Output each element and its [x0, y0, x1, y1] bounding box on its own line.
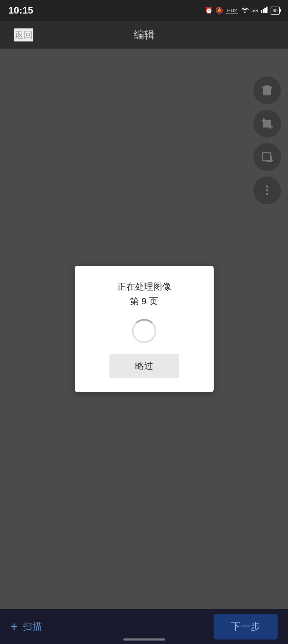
modal-line2: 第 9 页 [117, 294, 171, 309]
signal2-icon [261, 7, 268, 15]
status-bar: 10:15 ⏰ 🔕 HD2 5G 60 [0, 0, 288, 21]
loading-spinner [132, 319, 156, 343]
scan-label: 扫描 [23, 620, 42, 633]
page-title: 编辑 [134, 28, 155, 42]
modal-overlay: 正在处理图像 第 9 页 略过 [0, 49, 288, 609]
main-content: 正在处理图像 第 9 页 略过 [0, 49, 288, 609]
modal-line1: 正在处理图像 [117, 280, 171, 294]
svg-rect-2 [264, 8, 266, 13]
skip-button[interactable]: 略过 [109, 354, 179, 378]
home-indicator [123, 638, 165, 641]
svg-rect-1 [263, 9, 264, 13]
scan-button[interactable]: + 扫描 [10, 619, 42, 634]
next-button[interactable]: 下一步 [214, 614, 278, 639]
svg-rect-3 [266, 7, 268, 13]
mute-icon: 🔕 [215, 7, 223, 14]
battery-icon: 60 [271, 7, 280, 15]
processing-modal: 正在处理图像 第 9 页 略过 [75, 266, 214, 392]
wifi-icon [241, 7, 249, 15]
status-icons: ⏰ 🔕 HD2 5G 60 [205, 7, 280, 15]
modal-message: 正在处理图像 第 9 页 [117, 280, 171, 308]
nav-bar: 返回 编辑 [0, 21, 288, 49]
scan-plus-icon: + [10, 619, 18, 634]
status-time: 10:15 [8, 5, 33, 16]
signal1-icon: 5G [252, 8, 258, 13]
hd2-badge: HD2 [226, 7, 238, 14]
battery-level: 60 [273, 8, 278, 13]
alarm-icon: ⏰ [205, 7, 213, 14]
back-button[interactable]: 返回 [14, 28, 33, 42]
svg-rect-0 [261, 10, 262, 13]
